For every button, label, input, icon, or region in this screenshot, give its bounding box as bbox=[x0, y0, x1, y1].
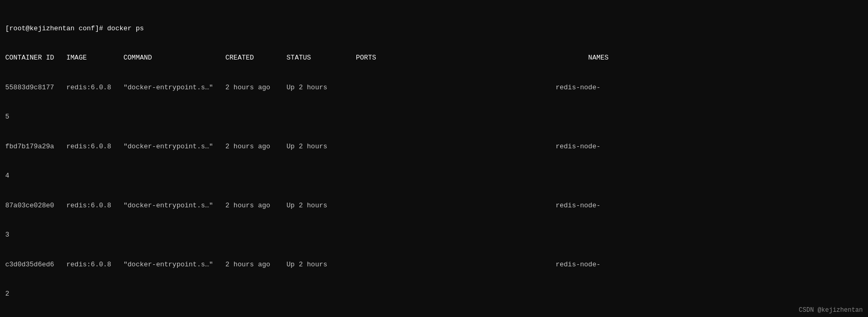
container-row-1a: 55883d9c8177 redis:6.0.8 "docker-entrypo… bbox=[5, 83, 863, 93]
container-row-4a: c3d0d35d6ed6 redis:6.0.8 "docker-entrypo… bbox=[5, 260, 863, 270]
container-row-3b: 3 bbox=[5, 230, 863, 240]
container-row-2b: 4 bbox=[5, 171, 863, 181]
table-header: CONTAINER ID IMAGE COMMAND CREATED STATU… bbox=[5, 53, 863, 63]
container-row-3a: 87a03ce028e0 redis:6.0.8 "docker-entrypo… bbox=[5, 201, 863, 211]
watermark: CSDN @kejizhentan bbox=[799, 307, 863, 314]
container-row-4b: 2 bbox=[5, 289, 863, 299]
terminal-output: [root@kejizhentan conf]# docker ps CONTA… bbox=[5, 4, 863, 317]
cmd-docker-ps: [root@kejizhentan conf]# docker ps bbox=[5, 24, 863, 34]
container-row-2a: fbd7b179a29a redis:6.0.8 "docker-entrypo… bbox=[5, 142, 863, 152]
container-row-1b: 5 bbox=[5, 112, 863, 122]
